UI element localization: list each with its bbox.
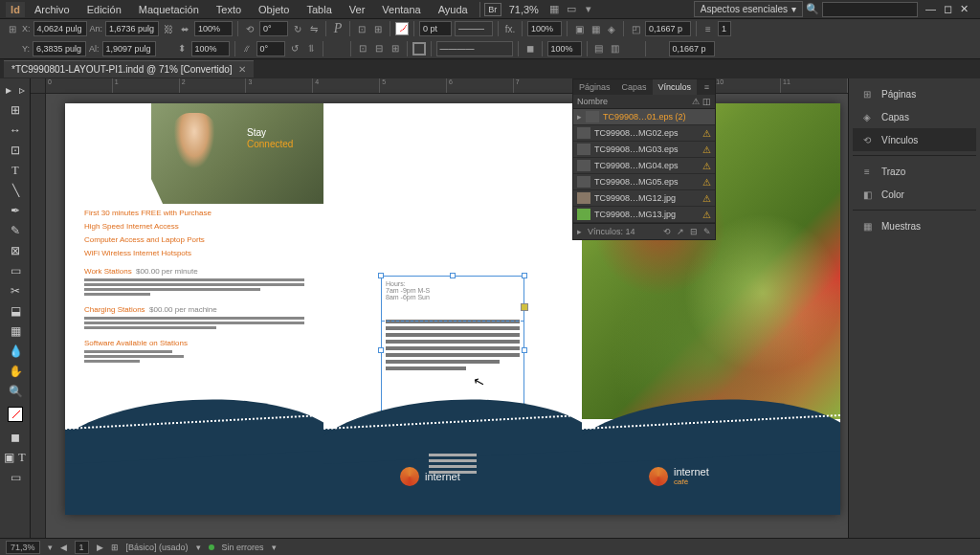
w-field[interactable]: 1,6736 pulg xyxy=(105,21,159,36)
page-tool[interactable]: ⊞ xyxy=(2,100,29,120)
document-page[interactable]: Stay Connected First 30 minutes FREE wit… xyxy=(65,103,840,515)
zoom-tool[interactable]: 🔍 xyxy=(2,382,29,401)
menu-maquetacion[interactable]: Maquetación xyxy=(131,2,207,17)
ruler-horizontal[interactable]: 01234567891011 xyxy=(46,78,848,94)
ruler-origin[interactable] xyxy=(31,78,46,94)
flip-v-icon[interactable]: ⥮ xyxy=(304,42,318,56)
link-row[interactable]: TC99908…MG05.eps⚠ xyxy=(573,174,715,190)
fill-stroke-swap[interactable]: ⟋ xyxy=(2,402,29,427)
menu-objeto[interactable]: Objeto xyxy=(251,2,297,17)
fill-icon[interactable]: ⟋ xyxy=(395,22,409,35)
arrange-icon[interactable]: ▾ xyxy=(581,3,596,16)
canvas-area[interactable]: 01234567891011 Stay Connected First 30 m… xyxy=(31,78,848,538)
reference-point-icon[interactable]: ⊞ xyxy=(6,22,19,35)
screen-mode-tool[interactable]: ▭ xyxy=(2,468,29,487)
status-page[interactable]: 1 xyxy=(75,541,89,554)
opacity2-field[interactable]: 100% xyxy=(547,41,582,56)
pencil-tool[interactable]: ✎ xyxy=(2,221,29,240)
status-open-icon[interactable]: ⊞ xyxy=(111,543,119,552)
minimize-icon[interactable]: — xyxy=(925,3,936,15)
link-row[interactable]: TC99908…MG04.eps⚠ xyxy=(573,158,715,174)
stroke-icon[interactable] xyxy=(412,42,426,56)
screen-mode-icon[interactable]: ▭ xyxy=(564,3,579,16)
transform-tool[interactable]: ⬓ xyxy=(2,301,29,321)
links-panel[interactable]: Páginas Capas Vínculos ≡ Nombre⚠ ◫ ▸TC99… xyxy=(572,78,716,240)
dock-muestras[interactable]: ▦Muestras xyxy=(853,214,976,237)
document-tab[interactable]: *TC9990801-LAYOUT-PI1.indd @ 71% [Conver… xyxy=(4,60,254,78)
page-nav-next-icon[interactable]: ▶ xyxy=(97,543,103,552)
corner-field[interactable]: 0,1667 p xyxy=(645,21,691,36)
menu-ventana[interactable]: Ventana xyxy=(374,2,428,17)
status-errors[interactable]: Sin errores xyxy=(222,543,264,552)
fit-frame-icon[interactable]: ⊞ xyxy=(371,22,385,35)
scale-x-field[interactable]: 100% xyxy=(194,21,233,36)
bridge-icon[interactable]: Br xyxy=(484,3,501,16)
search-input[interactable] xyxy=(822,2,918,17)
zoom-level[interactable]: 71,3% xyxy=(503,4,545,15)
stroke-style[interactable]: ——— xyxy=(455,21,493,36)
fill-prop-icon[interactable]: ⊞ xyxy=(389,42,402,56)
link-row[interactable]: ▸TC99908…01.eps (2) xyxy=(573,109,715,125)
rotate-field[interactable]: 0° xyxy=(259,21,288,36)
link-row[interactable]: TC99908…MG02.eps⚠ xyxy=(573,125,715,142)
x-field[interactable]: 4,0624 pulg xyxy=(33,21,87,36)
tab-vinculos[interactable]: Vínculos xyxy=(653,79,698,95)
char-panel-icon[interactable]: P xyxy=(331,22,345,35)
menu-ayuda[interactable]: Ayuda xyxy=(431,2,476,17)
dock-capas[interactable]: ◈Capas xyxy=(853,105,976,128)
constrain-icon[interactable]: ⛓ xyxy=(162,22,175,35)
dock-color[interactable]: ◧Color xyxy=(853,183,976,206)
maximize-icon[interactable]: ◻ xyxy=(944,3,952,15)
line-tool[interactable]: ╲ xyxy=(2,181,29,200)
wrap-none-icon[interactable]: ▣ xyxy=(572,22,586,35)
scissors-tool[interactable]: ✂ xyxy=(2,281,29,300)
h-field[interactable]: 1,9097 pulg xyxy=(102,41,156,56)
eyedropper-tool[interactable]: 💧 xyxy=(2,342,29,361)
dock-paginas[interactable]: ⊞Páginas xyxy=(853,82,976,105)
tab-paginas[interactable]: Páginas xyxy=(573,79,616,95)
menu-texto[interactable]: Texto xyxy=(209,2,249,17)
ruler-vertical[interactable] xyxy=(31,94,46,538)
wrap-bbox-icon[interactable]: ▦ xyxy=(589,22,602,35)
panel-menu-icon[interactable]: ≡ xyxy=(699,79,715,95)
pen-tool[interactable]: ✒ xyxy=(2,201,29,220)
dock-vinculos[interactable]: ⟲Vínculos xyxy=(853,128,976,151)
rotate-ccw-icon[interactable]: ↺ xyxy=(288,42,301,56)
link-row[interactable]: TC99908…MG03.eps⚠ xyxy=(573,142,715,158)
update-link-icon[interactable]: ⊟ xyxy=(690,227,698,236)
type-tool[interactable]: T xyxy=(2,161,29,180)
fx-icon[interactable]: fx. xyxy=(503,22,517,35)
selection-tools[interactable]: ▸▹ xyxy=(2,80,29,100)
relink-icon[interactable]: ⟲ xyxy=(663,227,671,236)
close-icon[interactable]: ✕ xyxy=(960,3,969,15)
view-mode-icon[interactable]: ▦ xyxy=(546,3,562,16)
menu-archivo[interactable]: Archivo xyxy=(27,2,78,17)
fit-prop-icon[interactable]: ⊟ xyxy=(372,42,386,56)
link-row[interactable]: TC99908…MG12.jpg⚠ xyxy=(573,190,715,207)
menu-tabla[interactable]: Tabla xyxy=(299,2,339,17)
goto-link-icon[interactable]: ↗ xyxy=(677,227,684,236)
gradient-tool[interactable]: ▦ xyxy=(2,322,29,341)
rotate-cw-icon[interactable]: ↻ xyxy=(291,22,304,35)
center-content-icon[interactable]: ⊡ xyxy=(356,42,369,56)
expand-icon[interactable]: ▸ xyxy=(577,112,582,122)
expand-footer-icon[interactable]: ▸ xyxy=(577,227,582,236)
wrap-jump-icon[interactable]: ▤ xyxy=(592,42,606,56)
rectangle-tool[interactable]: ▭ xyxy=(2,261,29,280)
wrap-next-icon[interactable]: ▥ xyxy=(609,42,622,56)
menu-edicion[interactable]: Edición xyxy=(79,2,129,17)
view-mode-tools[interactable]: ▣T xyxy=(2,448,29,467)
link-row[interactable]: TC99908…MG13.jpg⚠ xyxy=(573,207,715,223)
gap-tool[interactable]: ↔ xyxy=(2,121,29,140)
tab-close-icon[interactable]: ✕ xyxy=(238,64,246,75)
hand-tool[interactable]: ✋ xyxy=(2,362,29,381)
align-icon[interactable]: ≡ xyxy=(702,22,715,35)
corner2-field[interactable]: 0,1667 p xyxy=(669,41,715,56)
content-collector-tool[interactable]: ⊡ xyxy=(2,141,29,160)
tab-capas[interactable]: Capas xyxy=(616,79,653,95)
apply-color-icon[interactable]: ◼ xyxy=(2,428,29,447)
opacity-field[interactable]: 100% xyxy=(527,21,562,36)
shear-field[interactable]: 0° xyxy=(256,41,285,56)
col-field[interactable]: 1 xyxy=(718,21,731,36)
stroke-style-2[interactable]: ———— xyxy=(436,41,513,56)
